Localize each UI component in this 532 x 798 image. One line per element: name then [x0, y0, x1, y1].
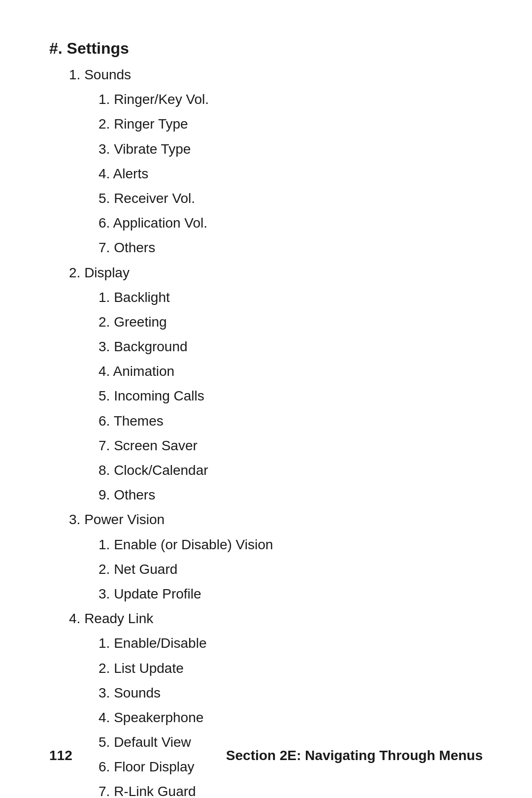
- level1-item: 1. Sounds: [49, 64, 483, 86]
- level2-item: 8. Clock/Calendar: [49, 459, 483, 482]
- menu-list: 1. Sounds1. Ringer/Key Vol.2. Ringer Typ…: [49, 64, 483, 798]
- level2-item: 2. Ringer Type: [49, 113, 483, 135]
- level2-item: 5. Receiver Vol.: [49, 187, 483, 210]
- level2-item: 2. Greeting: [49, 311, 483, 333]
- level1-item: 3. Power Vision: [49, 508, 483, 531]
- level2-item: 4. Speakerphone: [49, 706, 483, 729]
- level2-item: 9. Others: [49, 484, 483, 506]
- level2-item: 4. Alerts: [49, 163, 483, 185]
- level2-item: 3. Update Profile: [49, 583, 483, 605]
- level2-item: 2. List Update: [49, 657, 483, 680]
- level2-item: 1. Ringer/Key Vol.: [49, 88, 483, 111]
- level2-item: 7. Others: [49, 236, 483, 259]
- level2-item: 1. Enable (or Disable) Vision: [49, 533, 483, 556]
- page-content: #. Settings 1. Sounds1. Ringer/Key Vol.2…: [0, 0, 532, 798]
- level2-item: 4. Animation: [49, 360, 483, 383]
- level2-item: 1. Backlight: [49, 286, 483, 309]
- level2-item: 3. Vibrate Type: [49, 138, 483, 161]
- level1-item: 4. Ready Link: [49, 607, 483, 630]
- page-heading: #. Settings: [49, 39, 483, 58]
- level1-item: 2. Display: [49, 262, 483, 284]
- level2-item: 6. Application Vol.: [49, 212, 483, 234]
- level2-item: 3. Background: [49, 335, 483, 358]
- level2-item: 7. R-Link Guard: [49, 780, 483, 798]
- page-footer: 112 Section 2E: Navigating Through Menus: [0, 748, 532, 764]
- page-number: 112: [49, 748, 72, 764]
- level2-item: 5. Incoming Calls: [49, 385, 483, 407]
- level2-item: 2. Net Guard: [49, 558, 483, 581]
- level2-item: 7. Screen Saver: [49, 434, 483, 457]
- level2-item: 6. Themes: [49, 410, 483, 432]
- level2-item: 3. Sounds: [49, 682, 483, 704]
- level2-item: 1. Enable/Disable: [49, 632, 483, 655]
- section-label: Section 2E: Navigating Through Menus: [226, 748, 483, 764]
